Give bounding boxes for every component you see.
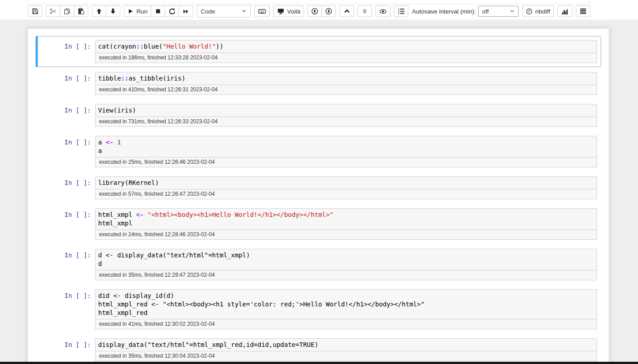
expand-button[interactable] — [357, 5, 372, 17]
code-token: <- — [106, 139, 113, 146]
code-line: d — [98, 260, 594, 268]
code-token: a — [98, 139, 106, 146]
code-token: "Hello World!" — [163, 43, 216, 50]
restart-run-all-icon — [182, 8, 189, 15]
code-token: html_xmpl_red — [98, 309, 148, 316]
list-button[interactable] — [576, 5, 590, 17]
scroll-down-button[interactable] — [321, 5, 336, 17]
cell-prompt: In [ ]: — [40, 249, 95, 280]
code-line: html_xmpl <- "<html><body><h1>Hello Worl… — [98, 211, 594, 219]
scroll-output-button-group — [308, 5, 336, 17]
menu-border-left — [28, 0, 28, 4]
nbdiff-button-label: nbdiff — [535, 8, 550, 15]
chevron-down-icon — [241, 8, 247, 15]
voila-button-label: Voilà — [287, 8, 300, 15]
cell-main: View(iris) executed in 731ms, finished 1… — [95, 104, 597, 127]
list-icon — [579, 8, 587, 14]
code-line: display_data("text/html"=html_xmpl_red,i… — [98, 341, 594, 349]
code-token: html_xmpl_red <- "<html><body><h1 style=… — [98, 301, 425, 308]
collapse-button[interactable] — [339, 5, 354, 17]
paste-button[interactable] — [74, 5, 88, 17]
restart-run-all-button[interactable] — [179, 5, 193, 17]
cell-execution-timing: executed in 35ms, finished 12:29:47 2023… — [95, 270, 597, 280]
code-token: 1 — [117, 139, 121, 146]
cell-input[interactable]: d <- display_data("text/html"=html_xmpl)… — [95, 249, 597, 270]
cell-prompt: In [ ]: — [40, 104, 95, 127]
code-token: did <- display_id(d) — [98, 292, 174, 299]
run-button[interactable]: Run — [124, 5, 151, 17]
cell-execution-timing: executed in 24ms, finished 12:28:46 2023… — [95, 230, 597, 240]
jupyter-notebook-window: Run Code — [0, 0, 638, 364]
run-button-group: Run — [124, 5, 193, 17]
cell-main: cat(crayon::blue("Hello World!")) execut… — [95, 40, 597, 63]
toc-button[interactable]: 123 — [394, 5, 408, 17]
code-line: tibble::as_tibble(iris) — [98, 74, 594, 83]
cell-main: html_xmpl <- "<html><body><h1>Hello Worl… — [95, 208, 597, 240]
keyboard-icon — [258, 8, 266, 15]
cell-input[interactable]: library(RKernel) — [95, 176, 597, 189]
cell-input[interactable]: a <- 1a — [95, 136, 597, 157]
cell-type-select[interactable]: Code — [197, 5, 251, 18]
restart-kernel-button[interactable] — [165, 5, 179, 17]
clipboard-button-group — [46, 5, 88, 17]
circle-arrow-up-icon — [311, 8, 318, 15]
move-cell-up-button[interactable] — [92, 5, 106, 17]
cell-type-value: Code — [201, 8, 215, 15]
cell-input[interactable]: tibble::as_tibble(iris) — [95, 72, 597, 85]
autosave-value: off — [482, 8, 489, 15]
toggle-visibility-button[interactable] — [376, 5, 390, 17]
double-chevron-down-icon — [362, 8, 368, 14]
menu-border-right — [589, 0, 589, 4]
code-token — [113, 139, 117, 146]
code-token: html_xmpl — [98, 220, 132, 227]
code-cell[interactable]: In [ ]: d <- display_data("text/html"=ht… — [36, 245, 601, 284]
command-palette-button[interactable] — [254, 5, 270, 17]
cell-input[interactable]: display_data("text/html"=html_xmpl_red,i… — [95, 338, 597, 351]
move-cell-down-button[interactable] — [106, 5, 120, 17]
code-line: html_xmpl — [98, 219, 594, 228]
autosave-interval-select[interactable]: off — [478, 6, 519, 17]
cell-input[interactable]: View(iris) — [95, 104, 597, 117]
code-token — [144, 211, 147, 218]
cell-execution-timing: executed in 186ms, finished 12:33:28 202… — [95, 53, 597, 63]
voila-button[interactable]: Voilà — [273, 5, 304, 17]
cell-prompt: In [ ]: — [40, 338, 95, 361]
chevron-up-icon — [344, 8, 350, 14]
stop-icon — [155, 8, 161, 14]
cell-input[interactable]: html_xmpl <- "<html><body><h1>Hello Worl… — [95, 208, 597, 230]
move-cell-button-group — [92, 5, 120, 17]
cut-button[interactable] — [46, 5, 60, 17]
cut-icon — [50, 8, 57, 15]
cell-execution-timing: executed in 410ms, finished 12:26:31 202… — [95, 85, 597, 95]
code-line: View(iris) — [98, 106, 594, 115]
cell-prompt: In [ ]: — [40, 72, 95, 95]
cell-prompt: In [ ]: — [40, 136, 95, 167]
scroll-up-button[interactable] — [308, 5, 322, 17]
save-button[interactable] — [28, 5, 42, 17]
code-line: d <- display_data("text/html"=html_xmpl) — [98, 251, 594, 260]
code-cell[interactable]: In [ ]: View(iris) executed in 731ms, fi… — [36, 100, 601, 131]
code-cell[interactable]: In [ ]: did <- display_id(d)html_xmpl_re… — [36, 285, 601, 333]
cell-main: d <- display_data("text/html"=html_xmpl)… — [95, 249, 597, 280]
code-cell[interactable]: In [ ]: tibble::as_tibble(iris) executed… — [36, 68, 601, 99]
code-cell[interactable]: In [ ]: cat(crayon::blue("Hello World!")… — [36, 36, 601, 67]
cell-input[interactable]: did <- display_id(d)html_xmpl_red <- "<h… — [95, 289, 597, 319]
cell-input[interactable]: cat(crayon::blue("Hello World!")) — [95, 40, 597, 53]
chart-button[interactable] — [557, 5, 572, 17]
toolbar-band: Run Code — [0, 0, 638, 20]
clock-icon — [526, 8, 533, 15]
code-cell[interactable]: In [ ]: html_xmpl <- "<html><body><h1>He… — [36, 204, 601, 244]
cell-main: did <- display_id(d)html_xmpl_red <- "<h… — [95, 289, 597, 329]
code-token: d — [98, 260, 102, 267]
code-cell[interactable]: In [ ]: library(RKernel) executed in 57m… — [36, 172, 601, 203]
cell-prompt: In [ ]: — [40, 40, 95, 63]
interrupt-kernel-button[interactable] — [151, 5, 165, 17]
code-cell[interactable]: In [ ]: a <- 1a executed in 25ms, finish… — [36, 132, 601, 171]
code-token: library(RKernel) — [98, 179, 159, 186]
chevron-down-icon — [510, 8, 515, 15]
copy-button[interactable] — [60, 5, 74, 17]
nbdiff-button[interactable]: nbdiff — [522, 5, 554, 17]
code-token: )) — [216, 43, 223, 50]
notebook-container: In [ ]: cat(crayon::blue("Hello World!")… — [28, 29, 609, 364]
code-cell[interactable]: In [ ]: display_data("text/html"=html_xm… — [36, 334, 601, 364]
